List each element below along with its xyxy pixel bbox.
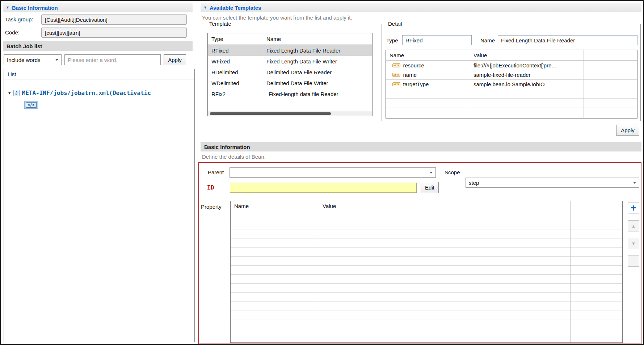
batch-job-list-header: Batch Job list xyxy=(3,41,193,51)
collapse-triangle-icon[interactable]: ▼ xyxy=(6,6,9,9)
attribute-icon: ATTR xyxy=(392,73,400,77)
selected-element-highlight[interactable]: </> xyxy=(24,101,38,109)
property-row-empty[interactable] xyxy=(231,338,622,343)
template-name-cell: Delimited Data File Reader xyxy=(263,67,372,78)
parent-select[interactable] xyxy=(230,167,436,178)
detail-type-field[interactable]: RFixed xyxy=(402,35,472,45)
filter-apply-button[interactable]: Apply xyxy=(164,54,186,65)
detail-row-empty[interactable] xyxy=(386,89,637,99)
tree-item-job-xml[interactable]: ▾ J META-INF/jobs/jobatrn.xml(Deactivati… xyxy=(8,90,151,96)
attribute-icon: ATTR xyxy=(392,82,400,86)
template-row-rdelimited[interactable]: RDelimited Delimited Data File Reader xyxy=(208,67,372,78)
detail-property-table: Name Value ATTR resource file:///#{jobEx… xyxy=(386,50,637,119)
template-row-wdelimited[interactable]: WDelimited Delimited Data File Writer xyxy=(208,78,372,88)
scope-select[interactable]: step xyxy=(466,178,639,188)
property-row-empty[interactable] xyxy=(231,293,622,302)
available-templates-title: Available Templates xyxy=(210,5,261,11)
property-row-empty[interactable] xyxy=(231,302,622,311)
chevron-down-icon xyxy=(55,59,58,61)
code-field[interactable]: [cust][uw][atrn] xyxy=(41,28,187,38)
template-type-cell: RFix2 xyxy=(208,88,263,99)
property-row-empty[interactable] xyxy=(231,211,622,220)
property-row-empty[interactable] xyxy=(231,238,622,248)
template-type-cell: WFixed xyxy=(208,56,263,67)
move-up-button[interactable]: ▲ xyxy=(628,220,639,232)
app-window: ▼ Basic Information Task group: [Cust][A… xyxy=(0,0,644,345)
detail-group-legend: Detail xyxy=(386,21,404,27)
add-property-button[interactable]: + xyxy=(628,202,639,214)
detail-column-divider-1 xyxy=(470,50,470,118)
property-table-header: Name Value xyxy=(231,201,622,211)
template-col-type: Type xyxy=(208,33,263,45)
property-column-divider-2 xyxy=(570,201,571,342)
detail-name-cell: resource xyxy=(403,62,424,68)
templates-apply-button[interactable]: Apply xyxy=(616,125,639,136)
detail-name-cell: targetType xyxy=(403,81,429,87)
property-row-empty[interactable] xyxy=(231,257,622,266)
tree-item-bean-element[interactable]: </> xyxy=(24,101,38,109)
batch-job-list: List ▾ J META-INF/jobs/jobatrn.xml(Deact… xyxy=(4,69,195,342)
detail-name-field[interactable]: Fixed Length Data File Reader xyxy=(498,35,637,45)
template-group: Template Type Name RFixed Fixed Length D… xyxy=(203,24,377,121)
edit-button[interactable]: Edit xyxy=(421,182,439,193)
scrollbar-thumb[interactable] xyxy=(210,112,331,115)
template-type-cell: RFixed xyxy=(208,45,263,56)
tree-expander-icon[interactable]: ▾ xyxy=(8,91,11,95)
horizontal-scrollbar[interactable] xyxy=(208,111,372,116)
detail-value-cell: file:///#{jobExecutionContext['pre... xyxy=(470,61,584,70)
property-row-empty[interactable] xyxy=(231,329,622,338)
property-row-empty[interactable] xyxy=(231,320,622,329)
template-table-header: Type Name xyxy=(208,33,372,45)
detail-row-name[interactable]: ATTR name sample-fixed-file-reader xyxy=(386,70,637,80)
template-column-divider xyxy=(263,33,263,116)
property-row-empty[interactable] xyxy=(231,284,622,293)
plus-icon: + xyxy=(631,202,636,214)
task-group-field[interactable]: [Cust][Audit][Deactivation] xyxy=(41,14,187,25)
property-row-empty[interactable] xyxy=(231,311,622,320)
list-column-header: List xyxy=(4,69,194,79)
detail-name-cell: name xyxy=(403,72,417,78)
property-row-empty[interactable] xyxy=(231,248,622,257)
tree-item-label: META-INF/jobs/jobatrn.xml(Deactivatic xyxy=(22,90,151,96)
list-header-label: List xyxy=(8,71,16,77)
search-input[interactable] xyxy=(64,54,161,65)
template-group-legend: Template xyxy=(207,21,233,27)
template-col-name: Name xyxy=(263,33,372,45)
filter-mode-select[interactable]: Include words xyxy=(4,54,62,65)
bean-description: Define the details of Bean. xyxy=(202,154,266,160)
scope-select-value: step xyxy=(469,180,479,186)
remove-property-button[interactable]: − xyxy=(628,255,639,267)
property-row-empty[interactable] xyxy=(231,275,622,284)
property-row-empty[interactable] xyxy=(231,220,622,229)
detail-row-resource[interactable]: ATTR resource file:///#{jobExecutionCont… xyxy=(386,61,637,70)
detail-value-cell: sample-fixed-file-reader xyxy=(470,70,584,79)
detail-table-header: Name Value xyxy=(386,50,637,61)
template-row-wfixed[interactable]: WFixed Fixed Length Data File Writer xyxy=(208,56,372,67)
job-file-icon: J xyxy=(13,90,20,96)
template-row-rfix2[interactable]: RFix2 Fixed-length data file Reader xyxy=(208,88,372,99)
filter-mode-value: Include words xyxy=(7,57,41,63)
minus-icon: − xyxy=(632,258,635,263)
task-group-label: Task group: xyxy=(5,16,33,22)
code-element-icon: </> xyxy=(26,102,37,108)
detail-name-label: Name xyxy=(480,37,495,43)
detail-column-divider-2 xyxy=(584,50,584,118)
template-row-rfixed[interactable]: RFixed Fixed Length Data File Reader xyxy=(208,45,372,56)
arrow-down-icon: ▼ xyxy=(631,241,636,246)
property-column-divider-1 xyxy=(319,201,319,342)
basic-information-title: Basic Information xyxy=(12,5,58,11)
property-row-empty[interactable] xyxy=(231,266,622,275)
detail-row-empty[interactable] xyxy=(386,99,637,108)
property-label: Property xyxy=(201,204,222,210)
collapse-triangle-icon[interactable]: ▼ xyxy=(203,6,207,9)
template-type-cell: WDelimited xyxy=(208,78,263,88)
parent-label: Parent xyxy=(208,169,224,175)
id-label: ID xyxy=(207,184,214,191)
chevron-down-icon xyxy=(633,182,636,184)
id-field[interactable] xyxy=(230,183,417,193)
move-down-button[interactable]: ▼ xyxy=(628,238,639,249)
detail-row-targettype[interactable]: ATTR targetType sample.bean.io.SampleJob… xyxy=(386,80,637,89)
chevron-down-icon xyxy=(430,172,433,174)
templates-description: You can select the template you want fro… xyxy=(202,14,352,21)
property-row-empty[interactable] xyxy=(231,229,622,238)
